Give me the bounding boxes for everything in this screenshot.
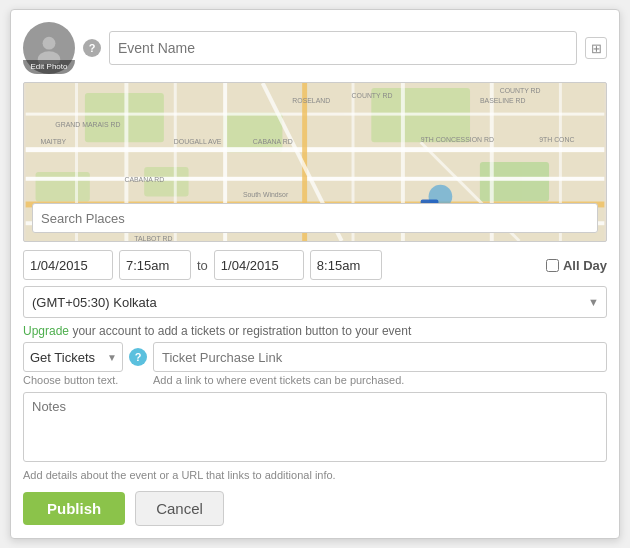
- search-places-input[interactable]: [32, 203, 598, 233]
- notes-textarea[interactable]: [23, 392, 607, 462]
- allday-label: All Day: [563, 258, 607, 273]
- svg-text:TALBOT RD: TALBOT RD: [134, 235, 172, 241]
- timezone-select[interactable]: (GMT+05:30) Kolkata (GMT+00:00) UTC (GMT…: [23, 286, 607, 318]
- end-date-input[interactable]: [214, 250, 304, 280]
- cancel-button[interactable]: Cancel: [135, 491, 224, 526]
- svg-text:COUNTY RD: COUNTY RD: [352, 92, 393, 99]
- ticket-help-icon[interactable]: ?: [129, 348, 147, 366]
- svg-rect-4: [223, 113, 282, 153]
- header-row: Edit Photo ? ⊞: [23, 22, 607, 74]
- upgrade-text: your account to add a tickets or registr…: [72, 324, 411, 338]
- datetime-row: to All Day: [23, 250, 607, 280]
- svg-point-0: [43, 37, 56, 50]
- ticket-select-wrap: Get Tickets Register Buy Now ▼: [23, 342, 123, 372]
- svg-text:ROSELAND: ROSELAND: [292, 97, 330, 104]
- svg-rect-13: [26, 113, 605, 116]
- svg-text:BASELINE RD: BASELINE RD: [480, 97, 526, 104]
- event-name-input[interactable]: [109, 31, 577, 65]
- ticket-row: Get Tickets Register Buy Now ▼ ?: [23, 342, 607, 372]
- to-label: to: [197, 258, 208, 273]
- upgrade-row: Upgrade your account to add a tickets or…: [23, 324, 607, 338]
- publish-button[interactable]: Publish: [23, 492, 125, 525]
- allday-checkbox[interactable]: [546, 259, 559, 272]
- person-icon: [33, 32, 65, 64]
- svg-text:COUNTY RD: COUNTY RD: [500, 87, 541, 94]
- timezone-wrap: (GMT+05:30) Kolkata (GMT+00:00) UTC (GMT…: [23, 286, 607, 318]
- map-area: MAITBY GRAND MARAIS RD DOUGALL AVE CABAN…: [23, 82, 607, 242]
- svg-text:GRAND MARAIS RD: GRAND MARAIS RD: [55, 121, 120, 128]
- svg-text:DOUGALL AVE: DOUGALL AVE: [174, 138, 222, 145]
- timezone-row: (GMT+05:30) Kolkata (GMT+00:00) UTC (GMT…: [23, 286, 607, 318]
- button-text-hint: Choose button text.: [23, 374, 123, 386]
- ticket-hint-row: Choose button text. Add a link to where …: [23, 374, 607, 386]
- edit-photo-label[interactable]: Edit Photo: [23, 60, 75, 74]
- svg-rect-9: [26, 147, 605, 152]
- svg-text:MAITBY: MAITBY: [40, 138, 66, 145]
- svg-text:9TH CONC: 9TH CONC: [539, 136, 574, 143]
- link-hint: Add a link to where event tickets can be…: [153, 374, 404, 386]
- svg-rect-10: [26, 177, 605, 181]
- upgrade-link[interactable]: Upgrade: [23, 324, 69, 338]
- svg-text:South Windsor: South Windsor: [243, 191, 289, 198]
- allday-wrap: All Day: [546, 258, 607, 273]
- end-time-input[interactable]: [310, 250, 382, 280]
- avatar-wrap: Edit Photo: [23, 22, 75, 74]
- event-dialog: Edit Photo ? ⊞: [10, 9, 620, 539]
- svg-text:CABANA RD: CABANA RD: [253, 138, 293, 145]
- ticket-link-input[interactable]: [153, 342, 607, 372]
- ticket-type-select[interactable]: Get Tickets Register Buy Now: [23, 342, 123, 372]
- start-date-input[interactable]: [23, 250, 113, 280]
- svg-text:CABANA RD: CABANA RD: [124, 176, 164, 183]
- svg-text:9TH CONCESSION RD: 9TH CONCESSION RD: [421, 136, 494, 143]
- action-row: Publish Cancel: [23, 491, 607, 526]
- notes-hint: Add details about the event or a URL tha…: [23, 469, 607, 481]
- help-icon[interactable]: ?: [83, 39, 101, 57]
- svg-rect-7: [36, 172, 90, 202]
- expand-icon[interactable]: ⊞: [585, 37, 607, 59]
- start-time-input[interactable]: [119, 250, 191, 280]
